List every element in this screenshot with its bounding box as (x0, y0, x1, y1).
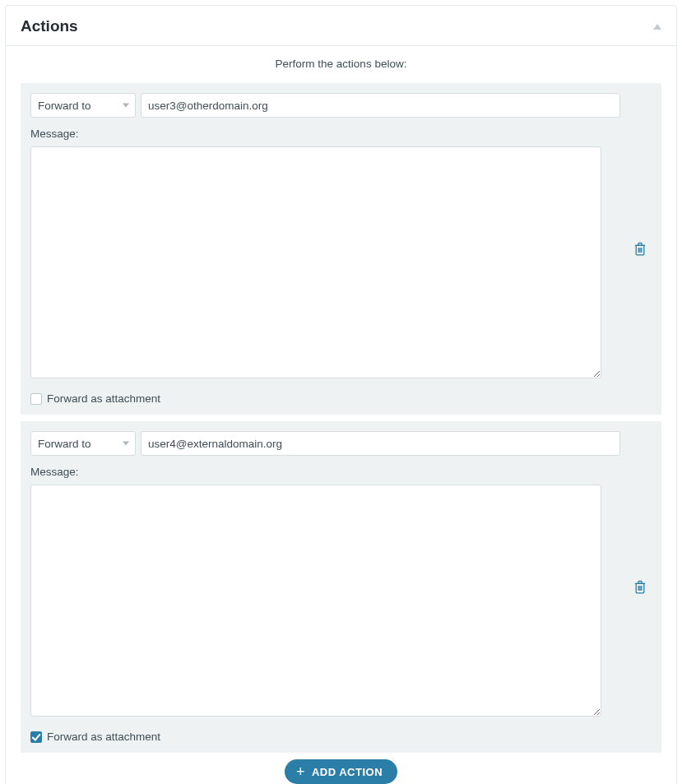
checkbox-label: Forward as attachment (47, 731, 160, 743)
add-action-button[interactable]: + ADD ACTION (285, 759, 397, 784)
add-action-label: ADD ACTION (312, 766, 383, 778)
action-first-row: Forward to (30, 431, 620, 456)
action-type-label: Forward to (38, 100, 91, 112)
action-type-select[interactable]: Forward to (30, 431, 136, 456)
panel-title: Actions (21, 17, 78, 35)
message-label: Message: (30, 466, 620, 478)
forward-as-attachment-checkbox[interactable]: Forward as attachment (30, 392, 620, 405)
action-first-row: Forward to (30, 93, 620, 118)
trash-icon (633, 580, 647, 594)
checkbox-label: Forward as attachment (47, 392, 160, 405)
forward-target-input[interactable] (141, 431, 620, 456)
message-label: Message: (30, 128, 620, 140)
action-type-select[interactable]: Forward to (30, 93, 136, 118)
delete-action-button[interactable] (629, 242, 652, 256)
action-row: Forward to Message: Forward as attachmen… (21, 421, 661, 753)
checkbox-icon (30, 393, 42, 405)
trash-icon (633, 242, 647, 256)
action-type-label: Forward to (38, 438, 91, 450)
actions-panel: Actions Perform the actions below: Forwa… (5, 5, 677, 784)
panel-body: Perform the actions below: Forward to Me… (6, 46, 676, 784)
add-action-row: + ADD ACTION (21, 759, 661, 784)
panel-header: Actions (6, 6, 676, 46)
action-content: Forward to Message: Forward as attachmen… (30, 431, 620, 743)
collapse-toggle-icon[interactable] (653, 24, 661, 30)
message-textarea[interactable] (30, 146, 601, 378)
action-row: Forward to Message: Forward as attachmen… (21, 83, 661, 415)
forward-target-input[interactable] (141, 93, 620, 118)
panel-instruction: Perform the actions below: (21, 46, 661, 83)
action-content: Forward to Message: Forward as attachmen… (30, 93, 620, 405)
forward-as-attachment-checkbox[interactable]: Forward as attachment (30, 731, 620, 743)
plus-icon: + (296, 764, 305, 779)
delete-action-button[interactable] (629, 580, 652, 594)
checkbox-icon (30, 731, 42, 743)
message-textarea[interactable] (30, 485, 601, 717)
